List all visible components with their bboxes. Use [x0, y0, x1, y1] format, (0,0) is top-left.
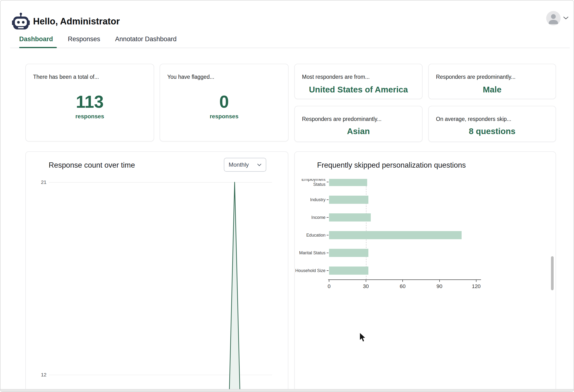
mouse-cursor: [359, 332, 366, 343]
active-tab-indicator: [19, 47, 57, 48]
bar-marital-status: [329, 249, 368, 257]
stat-label: There has been a total of...: [33, 74, 99, 80]
stat-value: 8 questions: [429, 126, 555, 136]
bar-industry: [329, 196, 368, 204]
stat-value: 113: [26, 92, 154, 111]
response-spike-area: [26, 152, 288, 392]
stat-label: Most responders are from...: [302, 74, 370, 80]
stat-value: Male: [429, 85, 555, 94]
bar-category-label: Household Size: [295, 262, 326, 279]
stat-card-skipped-questions: On average, responders skip... 8 questio…: [428, 106, 556, 142]
bar-category-label: Employment Status: [295, 179, 326, 191]
stat-unit: responses: [26, 113, 154, 120]
stat-value: United States of America: [295, 85, 422, 94]
x-tick-label: 30: [359, 283, 373, 290]
page-title: Hello, Administrator: [33, 16, 120, 27]
category-tick: [327, 199, 328, 200]
window-bottom-edge: [0, 389, 574, 392]
header-divider: [10, 48, 570, 48]
bar-education: [329, 231, 462, 239]
tab-dashboard[interactable]: Dashboard: [19, 36, 53, 48]
x-tick-label: 0: [322, 283, 336, 290]
stat-value: Asian: [295, 126, 422, 136]
category-tick: [327, 235, 328, 235]
tab-annotator-dashboard[interactable]: Annotator Dashboard: [115, 36, 177, 48]
user-avatar[interactable]: [546, 11, 561, 25]
stat-label: You have flagged...: [167, 74, 214, 80]
category-tick: [327, 217, 328, 218]
robot-logo-icon: [12, 12, 30, 31]
stat-label: Responders are predominantly...: [436, 74, 515, 80]
stat-label: On average, responders skip...: [436, 116, 512, 122]
chevron-down-icon[interactable]: [563, 16, 569, 20]
bar-category-label: Industry: [295, 191, 326, 209]
stat-unit: responses: [160, 113, 288, 120]
x-axis-line: [328, 279, 481, 280]
skipped-chart-plot: Employment StatusIndustryIncomeEducation…: [295, 179, 555, 295]
bar-income: [329, 213, 371, 221]
x-axis-tick: [366, 280, 366, 282]
tab-bar: Dashboard Responses Annotator Dashboard: [19, 36, 177, 48]
person-icon: [546, 11, 561, 25]
stat-value: 0: [160, 92, 288, 111]
x-tick-label: 60: [395, 283, 410, 290]
stat-card-total-responses: There has been a total of... 113 respons…: [25, 64, 154, 141]
stat-card-top-country: Most responders are from... United State…: [294, 64, 423, 99]
category-tick: [327, 270, 328, 271]
x-axis-tick: [439, 280, 440, 282]
category-tick: [327, 182, 328, 182]
stat-card-flagged-responses: You have flagged... 0 responses: [160, 64, 288, 141]
skipped-questions-chart-card: Frequently skipped personalization quest…: [294, 151, 556, 392]
bar-category-label: Marital Status: [295, 244, 326, 262]
chart-title: Frequently skipped personalization quest…: [317, 161, 466, 170]
bar-household-size: [329, 267, 368, 275]
dashed-gridline-30: [366, 179, 367, 279]
stat-card-ethnicity: Responders are predominantly... Asian: [294, 106, 423, 142]
x-axis-tick: [402, 280, 403, 282]
x-axis-tick: [329, 280, 329, 282]
stat-card-gender: Responders are predominantly... Male: [428, 64, 556, 99]
x-tick-label: 120: [469, 283, 483, 290]
tab-responses[interactable]: Responses: [68, 36, 100, 48]
x-tick-label: 90: [432, 283, 447, 290]
x-axis-tick: [476, 280, 476, 282]
bar-employment-status: [329, 179, 367, 186]
category-tick: [327, 253, 328, 253]
bar-category-label: Income: [295, 209, 326, 226]
app-window: Hello, Administrator Dashboard Responses…: [0, 0, 574, 392]
response-count-chart-card: Response count over time Monthly 21 12: [25, 151, 288, 392]
vertical-scrollbar-thumb[interactable]: [551, 256, 554, 290]
bar-category-label: Education: [295, 226, 326, 244]
stat-label: Responders are predominantly...: [302, 116, 382, 122]
